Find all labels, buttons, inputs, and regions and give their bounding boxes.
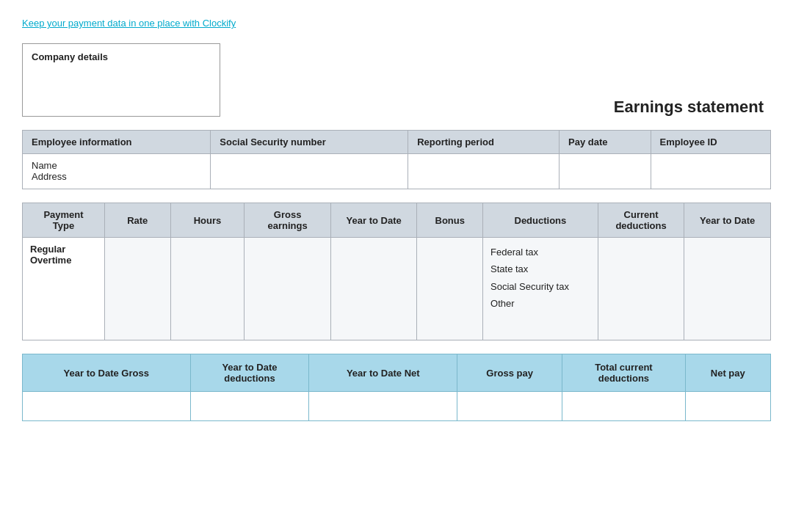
col-rate: Rate [104, 203, 170, 238]
earnings-title: Earnings statement [614, 98, 771, 117]
summary-ytd-gross-value [23, 392, 191, 421]
summary-total-current-deductions-value [562, 392, 685, 421]
summary-data-row [23, 392, 771, 421]
hours-cell [170, 238, 245, 340]
company-details-box: Company details [22, 43, 220, 117]
col-hours: Hours [170, 203, 245, 238]
col-employee-id: Employee ID [651, 131, 771, 154]
employee-id [651, 154, 771, 189]
summary-col-ytd-gross: Year to Date Gross [23, 354, 191, 392]
col-gross-earnings: Grossearnings [245, 203, 331, 238]
col-year-to-date: Year to Date [330, 203, 417, 238]
summary-col-net-pay: Net pay [685, 354, 770, 392]
col-bonus: Bonus [417, 203, 483, 238]
summary-net-pay-value [685, 392, 770, 421]
payment-table-header-row: PaymentType Rate Hours Grossearnings Yea… [23, 203, 771, 238]
col-current-deductions: Currentdeductions [598, 203, 684, 238]
year-to-date-right-cell [684, 238, 771, 340]
employee-ssn [211, 154, 408, 189]
year-to-date-cell [330, 238, 417, 340]
company-details-label: Company details [32, 51, 108, 62]
payment-table: PaymentType Rate Hours Grossearnings Yea… [22, 203, 771, 340]
summary-col-ytd-deductions: Year to Datedeductions [190, 354, 309, 392]
summary-header-row: Year to Date Gross Year to Datededuction… [23, 354, 771, 392]
col-payment-type: PaymentType [23, 203, 105, 238]
gross-earnings-cell [245, 238, 331, 340]
rate-cell [104, 238, 170, 340]
summary-col-total-current-deductions: Total currentdeductions [562, 354, 685, 392]
employee-table-header-row: Employee information Social Security num… [23, 131, 771, 154]
payment-table-data-row: RegularOvertime Federal taxState taxSoci… [23, 238, 771, 340]
col-reporting-period: Reporting period [408, 131, 560, 154]
summary-ytd-deductions-value [190, 392, 309, 421]
summary-gross-pay-value [457, 392, 562, 421]
summary-col-gross-pay: Gross pay [457, 354, 562, 392]
employee-pay-date [559, 154, 651, 189]
deductions-cell: Federal taxState taxSocial Security taxO… [483, 238, 598, 340]
col-pay-date: Pay date [559, 131, 651, 154]
summary-ytd-net-value [309, 392, 457, 421]
employee-reporting-period [408, 154, 560, 189]
col-employee-information: Employee information [23, 131, 211, 154]
current-deductions-cell [598, 238, 684, 340]
employee-name-address: NameAddress [23, 154, 211, 189]
clockify-link[interactable]: Keep your payment data in one place with… [22, 18, 236, 29]
summary-table: Year to Date Gross Year to Datededuction… [22, 354, 771, 421]
payment-type-cell: RegularOvertime [23, 238, 105, 340]
employee-table-data-row: NameAddress [23, 154, 771, 189]
col-deductions: Deductions [483, 203, 598, 238]
summary-col-ytd-net: Year to Date Net [309, 354, 457, 392]
bonus-cell [417, 238, 483, 340]
header-section: Company details Earnings statement [22, 43, 771, 117]
col-year-to-date-right: Year to Date [684, 203, 771, 238]
col-social-security-number: Social Security number [211, 131, 408, 154]
employee-info-table: Employee information Social Security num… [22, 130, 771, 189]
